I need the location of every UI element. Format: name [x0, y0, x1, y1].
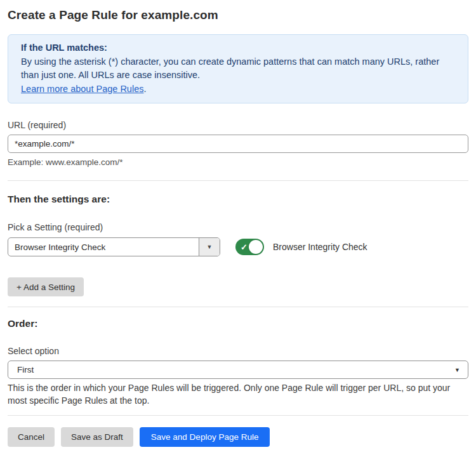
setting-picker-dropdown[interactable]: Browser Integrity Check ▼: [8, 237, 220, 256]
learn-more-link[interactable]: Learn more about Page Rules: [21, 84, 143, 94]
divider: [8, 307, 468, 307]
page-title: Create a Page Rule for example.com: [8, 8, 468, 22]
info-box-link-line: Learn more about Page Rules.: [21, 83, 455, 96]
setting-row: Browser Integrity Check ▼ ✓ Browser Inte…: [8, 237, 468, 256]
order-select-label: Select option: [8, 346, 468, 356]
url-match-info-box: If the URL matches: By using the asteris…: [8, 34, 468, 103]
setting-picker-label: Pick a Setting (required): [8, 222, 468, 232]
setting-picker-value: Browser Integrity Check: [8, 238, 199, 256]
setting-picker-arrow-button[interactable]: ▼: [199, 238, 220, 256]
save-and-deploy-button[interactable]: Save and Deploy Page Rule: [140, 427, 270, 447]
order-section-heading: Order:: [8, 318, 468, 329]
order-select-dropdown[interactable]: First ▼: [8, 361, 468, 379]
url-field-label: URL (required): [8, 120, 468, 130]
url-input[interactable]: [8, 135, 468, 153]
order-select-value: First: [17, 365, 34, 374]
toggle-label: Browser Integrity Check: [273, 242, 367, 252]
settings-section-heading: Then the settings are:: [8, 194, 468, 205]
order-helper-text: This is the order in which your Page Rul…: [8, 382, 468, 407]
chevron-down-icon: ▼: [454, 367, 460, 373]
info-box-heading: If the URL matches:: [21, 41, 455, 55]
cancel-button[interactable]: Cancel: [8, 427, 55, 447]
add-setting-button[interactable]: + Add a Setting: [8, 277, 84, 296]
url-example-helper: Example: www.example.com/*: [8, 157, 468, 167]
divider: [8, 415, 468, 416]
divider: [8, 180, 468, 181]
footer-actions: Cancel Save as Draft Save and Deploy Pag…: [8, 427, 468, 447]
save-as-draft-button[interactable]: Save as Draft: [61, 427, 133, 447]
chevron-down-icon: ▼: [207, 244, 213, 250]
check-icon: ✓: [241, 242, 248, 252]
toggle-knob: [249, 240, 263, 254]
page-rule-form: Create a Page Rule for example.com If th…: [0, 0, 476, 447]
link-suffix: .: [143, 84, 146, 94]
info-box-body: By using the asterisk (*) character, you…: [21, 55, 455, 83]
browser-integrity-toggle[interactable]: ✓: [235, 239, 264, 255]
